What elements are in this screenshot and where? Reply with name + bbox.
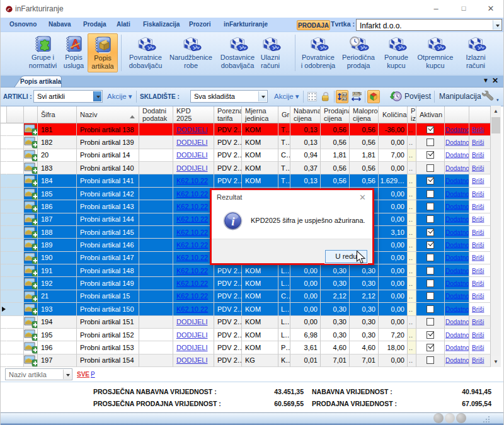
svg-text:i: i (231, 215, 235, 228)
svg-text:AUTO: AUTO (343, 98, 347, 101)
svg-text:AUTO: AUTO (353, 92, 361, 96)
svg-text:AUTO: AUTO (343, 93, 347, 96)
